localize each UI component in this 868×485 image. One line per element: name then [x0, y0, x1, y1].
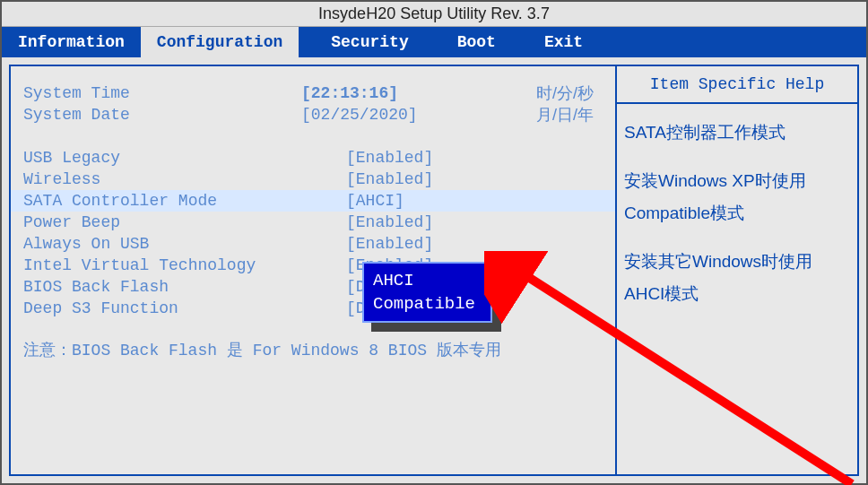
tab-bar: Information Configuration Security Boot …: [2, 27, 866, 57]
usb-legacy-label: USB Legacy: [23, 149, 301, 167]
popup-option-compatible[interactable]: Compatible: [373, 292, 482, 316]
tab-security[interactable]: Security: [315, 27, 424, 57]
wireless-label: Wireless: [23, 170, 301, 188]
always-on-usb-value[interactable]: [Enabled]: [346, 235, 433, 253]
popup-box: AHCI Compatible: [362, 262, 492, 323]
system-time-value[interactable]: [22:13:16]: [301, 84, 398, 102]
note-line: 注意：BIOS Back Flash 是 For Windows 8 BIOS …: [23, 339, 603, 360]
deep-s3-label: Deep S3 Function: [23, 299, 301, 317]
content: System Time [22:13:16] 时/分/秒 System Date…: [2, 57, 866, 483]
help-text-3: 安装其它Windows时使用AHCI模式: [624, 246, 850, 310]
bios-window: InsydeH20 Setup Utility Rev. 3.7 Informa…: [0, 0, 868, 485]
help-text-2: 安装Windows XP时使用Compatible模式: [624, 165, 850, 230]
system-date-value[interactable]: [02/25/2020]: [301, 106, 418, 124]
row-power-beep[interactable]: Power Beep [Enabled]: [23, 212, 603, 233]
wireless-value[interactable]: [Enabled]: [346, 170, 433, 188]
sata-mode-label: SATA Controller Mode: [23, 192, 301, 210]
popup-option-ahci[interactable]: AHCI: [373, 269, 482, 292]
usb-legacy-value[interactable]: [Enabled]: [346, 149, 433, 167]
system-date-note: 月/日/年: [536, 104, 594, 126]
power-beep-label: Power Beep: [23, 213, 301, 231]
sata-mode-popup: AHCI Compatible: [362, 262, 492, 323]
tab-configuration[interactable]: Configuration: [141, 27, 299, 57]
row-sata-mode[interactable]: SATA Controller Mode [AHCI]: [11, 190, 615, 212]
main-panel: System Time [22:13:16] 时/分/秒 System Date…: [9, 65, 617, 476]
tab-boot[interactable]: Boot: [441, 27, 512, 57]
help-body: SATA控制器工作模式 安装Windows XP时使用Compatible模式 …: [617, 104, 857, 339]
intel-vt-label: Intel Virtual Technology: [23, 256, 301, 274]
help-panel: Item Specific Help SATA控制器工作模式 安装Windows…: [617, 65, 859, 476]
row-bios-back-flash[interactable]: BIOS Back Flash [Disabled]: [23, 276, 603, 298]
power-beep-value[interactable]: [Enabled]: [346, 213, 433, 231]
row-deep-s3[interactable]: Deep S3 Function [Disabled]: [23, 298, 603, 319]
tab-exit[interactable]: Exit: [528, 27, 599, 57]
system-time-note: 时/分/秒: [536, 82, 594, 104]
row-intel-vt[interactable]: Intel Virtual Technology [Enabled]: [23, 255, 603, 276]
help-text-1: SATA控制器工作模式: [624, 117, 850, 149]
system-date-label: System Date: [23, 106, 301, 124]
help-header: Item Specific Help: [617, 66, 857, 104]
row-always-on-usb[interactable]: Always On USB [Enabled]: [23, 233, 603, 255]
bios-back-flash-label: BIOS Back Flash: [23, 278, 301, 296]
row-system-date[interactable]: System Date [02/25/2020] 月/日/年: [23, 104, 603, 126]
system-time-label: System Time: [23, 84, 301, 102]
always-on-usb-label: Always On USB: [23, 235, 301, 253]
title-bar: InsydeH20 Setup Utility Rev. 3.7: [2, 2, 866, 27]
row-usb-legacy[interactable]: USB Legacy [Enabled]: [23, 147, 603, 169]
row-system-time[interactable]: System Time [22:13:16] 时/分/秒: [23, 82, 603, 104]
sata-mode-value[interactable]: [AHCI]: [346, 192, 404, 210]
row-wireless[interactable]: Wireless [Enabled]: [23, 169, 603, 190]
tab-information[interactable]: Information: [2, 27, 141, 57]
